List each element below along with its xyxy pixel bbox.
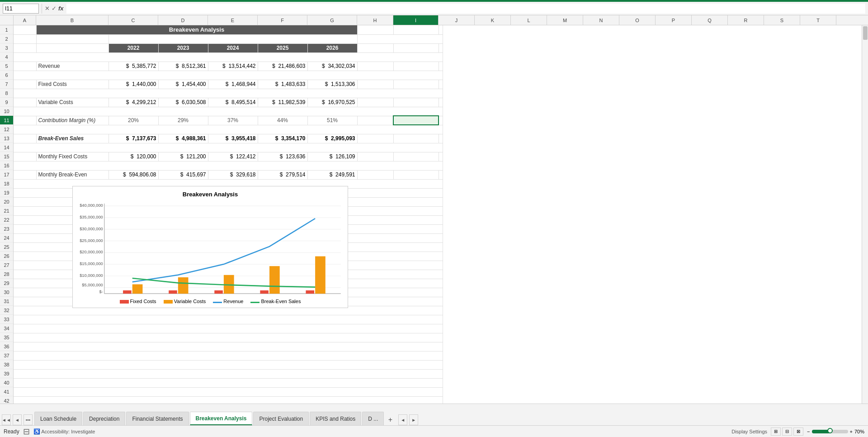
cell-B5-label[interactable]: Revenue	[36, 62, 108, 71]
cell-B17-label[interactable]: Monthly Break-Even	[36, 170, 108, 179]
row-10[interactable]: 10	[0, 107, 13, 116]
cell-D7[interactable]: $ 1,454,400	[158, 80, 208, 89]
cell-B9-label[interactable]: Variable Costs	[36, 98, 108, 107]
cell-D17[interactable]: $ 415,697	[158, 170, 208, 179]
tab-financial-statements[interactable]: Financial Statements	[126, 412, 189, 425]
cell-H5[interactable]	[357, 62, 393, 71]
cell-H3[interactable]	[357, 43, 393, 52]
col-header-S[interactable]: S	[764, 15, 800, 25]
row-14[interactable]: 14	[0, 143, 13, 152]
cell-C5[interactable]: $ 5,385,772	[108, 62, 158, 71]
cell-rest-1[interactable]	[439, 25, 443, 34]
cell-G3-year[interactable]: 2026	[307, 43, 357, 52]
cell-A7[interactable]	[14, 80, 36, 89]
col-header-I[interactable]: I	[393, 15, 439, 25]
row-29[interactable]: 29	[0, 279, 13, 288]
cell-row4[interactable]	[14, 52, 443, 62]
cell-I3[interactable]	[393, 43, 439, 52]
row-15[interactable]: 15	[0, 152, 13, 161]
cell-A17[interactable]	[14, 170, 36, 179]
cell-C13[interactable]: $ 7,137,673	[108, 134, 158, 143]
cells-area[interactable]: Breakeven Analysis 2022 2023 2024 2025	[14, 25, 868, 404]
tab-nav-more[interactable]: •••	[24, 414, 33, 425]
row-41[interactable]: 41	[0, 387, 13, 396]
col-header-M[interactable]: M	[547, 15, 583, 25]
cell-D15[interactable]: $ 121,200	[158, 152, 208, 161]
col-header-H[interactable]: H	[357, 15, 393, 25]
row-18[interactable]: 18	[0, 179, 13, 188]
cell-J5[interactable]	[439, 62, 443, 71]
row-28[interactable]: 28	[0, 270, 13, 279]
cell-J13[interactable]	[439, 134, 443, 143]
row-19[interactable]: 19	[0, 188, 13, 197]
cell-J11[interactable]	[439, 116, 443, 125]
cell-G15[interactable]: $ 126,109	[307, 152, 357, 161]
cell-row8[interactable]	[14, 89, 443, 98]
row-7[interactable]: 7	[0, 80, 13, 89]
col-header-F[interactable]: F	[258, 15, 307, 25]
row-16[interactable]: 16	[0, 161, 13, 170]
cell-A11[interactable]	[14, 116, 36, 125]
display-settings-text[interactable]: Display Settings	[731, 429, 767, 434]
cancel-icon[interactable]: ✕	[45, 5, 50, 12]
row-21[interactable]: 21	[0, 206, 13, 215]
cell-row42[interactable]	[14, 396, 443, 404]
cell-C15[interactable]: $ 120,000	[108, 152, 158, 161]
row-32[interactable]: 32	[0, 306, 13, 315]
cell-C9[interactable]: $ 4,299,212	[108, 98, 158, 107]
cell-D13[interactable]: $ 4,988,361	[158, 134, 208, 143]
row-6[interactable]: 6	[0, 71, 13, 80]
cell-G17[interactable]: $ 249,591	[307, 170, 357, 179]
formula-input[interactable]	[66, 4, 865, 14]
cell-I5[interactable]	[393, 62, 439, 71]
cell-G13[interactable]: $ 2,995,093	[307, 134, 357, 143]
cell-C11[interactable]: 20%	[108, 116, 158, 125]
col-header-D[interactable]: D	[158, 15, 208, 25]
cell-B1-title[interactable]: Breakeven Analysis	[36, 25, 357, 34]
row-11[interactable]: 11	[0, 116, 13, 125]
cell-F15[interactable]: $ 123,636	[258, 152, 307, 161]
row-3[interactable]: 3	[0, 43, 13, 52]
col-header-A[interactable]: A	[14, 15, 36, 25]
cell-H7[interactable]	[357, 80, 393, 89]
cell-J15[interactable]	[439, 152, 443, 161]
view-page-break[interactable]: ⊠	[793, 428, 803, 436]
cell-E11[interactable]: 37%	[208, 116, 258, 125]
row-2[interactable]: 2	[0, 34, 13, 43]
row-20[interactable]: 20	[0, 197, 13, 206]
cell-F11[interactable]: 44%	[258, 116, 307, 125]
cell-row10[interactable]	[14, 107, 443, 116]
accessibility-text[interactable]: ♿ Accessibility: Investigate	[33, 428, 95, 435]
cell-E17[interactable]: $ 329,618	[208, 170, 258, 179]
cell-row38[interactable]	[14, 360, 443, 369]
row-25[interactable]: 25	[0, 242, 13, 252]
cell-D3-year[interactable]: 2023	[158, 43, 208, 52]
tab-d[interactable]: D ...	[362, 412, 384, 425]
col-header-Q[interactable]: Q	[692, 15, 728, 25]
cell-E7[interactable]: $ 1,468,944	[208, 80, 258, 89]
cell-row33[interactable]	[14, 315, 443, 324]
cell-C7[interactable]: $ 1,440,000	[108, 80, 158, 89]
cell-H15[interactable]	[357, 152, 393, 161]
row-23[interactable]: 23	[0, 224, 13, 233]
cell-A1[interactable]	[14, 25, 36, 34]
row-22[interactable]: 22	[0, 215, 13, 224]
fx-icon[interactable]: fx	[58, 5, 64, 12]
cell-I11-selected[interactable]	[393, 116, 439, 125]
cell-I1[interactable]	[393, 25, 439, 34]
cell-C17[interactable]: $ 594,806.08	[108, 170, 158, 179]
col-header-P[interactable]: P	[656, 15, 692, 25]
cell-G5[interactable]: $ 34,302,034	[307, 62, 357, 71]
row-12[interactable]: 12	[0, 125, 13, 134]
row-30[interactable]: 30	[0, 288, 13, 297]
cell-H9[interactable]	[357, 98, 393, 107]
cell-C2[interactable]	[108, 34, 357, 43]
cell-H11[interactable]	[357, 116, 393, 125]
cell-row34[interactable]	[14, 324, 443, 333]
tab-loan-schedule[interactable]: Loan Schedule	[34, 412, 82, 425]
cell-B2[interactable]	[36, 34, 108, 43]
row-24[interactable]: 24	[0, 233, 13, 242]
cell-J7[interactable]	[439, 80, 443, 89]
cell-G7[interactable]: $ 1,513,306	[307, 80, 357, 89]
view-page-layout[interactable]: ⊟	[782, 428, 792, 436]
